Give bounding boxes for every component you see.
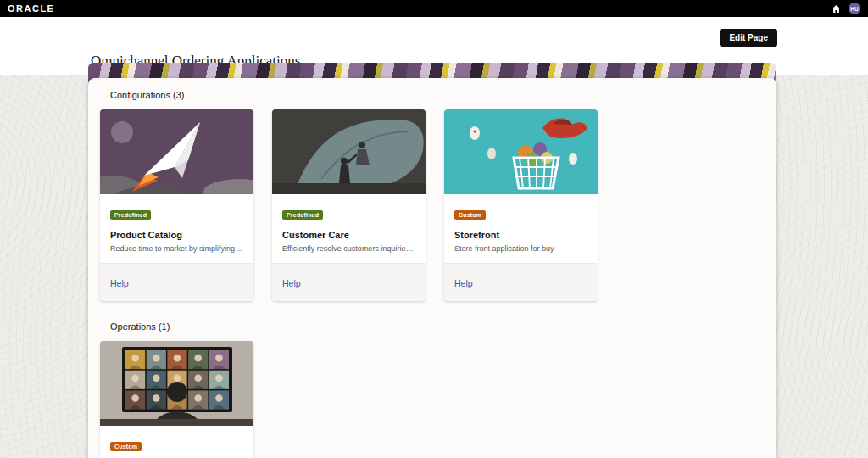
- card-badge: Custom: [110, 442, 142, 451]
- card-description: Reduce time to market by simplifying des…: [110, 244, 243, 253]
- card-badge: Predefined: [110, 210, 151, 220]
- card-title: Storefront: [454, 230, 587, 240]
- card-footer: Help: [100, 263, 253, 301]
- avatar[interactable]: HU: [849, 3, 860, 14]
- sections: Configurations (3) Predefined Product Ca…: [100, 90, 765, 458]
- card-row: Predefined Product Catalog Reduce time t…: [100, 109, 765, 301]
- card-row: Custom Order Operations Dashboard View a…: [100, 341, 765, 458]
- section-label: Operations (1): [100, 321, 765, 332]
- app-card[interactable]: Custom Storefront Store front applicatio…: [444, 109, 598, 301]
- card-badge: Custom: [454, 210, 486, 220]
- card-illustration: [444, 109, 598, 194]
- edit-page-button[interactable]: Edit Page: [720, 29, 777, 47]
- section: Configurations (3) Predefined Product Ca…: [100, 90, 765, 301]
- app-card[interactable]: Predefined Customer Care Efficiently res…: [272, 109, 426, 301]
- section: Operations (1) Custom Order Operations D…: [100, 321, 765, 458]
- content-panel: Configurations (3) Predefined Product Ca…: [88, 78, 776, 458]
- help-link[interactable]: Help: [454, 278, 473, 288]
- card-body: Predefined Customer Care Efficiently res…: [272, 194, 426, 263]
- card-body: Predefined Product Catalog Reduce time t…: [100, 194, 253, 263]
- app-card[interactable]: Predefined Product Catalog Reduce time t…: [100, 109, 253, 301]
- card-badge: Predefined: [282, 210, 323, 220]
- topbar: ORACLE HU: [0, 0, 868, 17]
- card-illustration: [272, 109, 426, 194]
- card-illustration: [100, 341, 253, 426]
- card-title: Customer Care: [282, 230, 415, 240]
- oracle-logo: ORACLE: [8, 3, 54, 14]
- card-body: Custom Order Operations Dashboard View a…: [100, 426, 253, 458]
- card-illustration: [100, 109, 253, 194]
- home-button[interactable]: [832, 4, 841, 14]
- help-link[interactable]: Help: [110, 278, 129, 288]
- help-link[interactable]: Help: [282, 278, 301, 288]
- card-footer: Help: [444, 263, 598, 301]
- topbar-right: HU: [832, 3, 860, 14]
- card-body: Custom Storefront Store front applicatio…: [444, 194, 598, 263]
- section-label: Configurations (3): [100, 90, 765, 100]
- card-description: Store front application for buy: [454, 244, 587, 253]
- home-icon: [832, 4, 841, 14]
- card-description: Efficiently resolve customers inquiries …: [282, 244, 415, 253]
- card-footer: Help: [272, 263, 426, 301]
- card-title: Product Catalog: [110, 230, 243, 240]
- app-card[interactable]: Custom Order Operations Dashboard View a…: [100, 341, 253, 458]
